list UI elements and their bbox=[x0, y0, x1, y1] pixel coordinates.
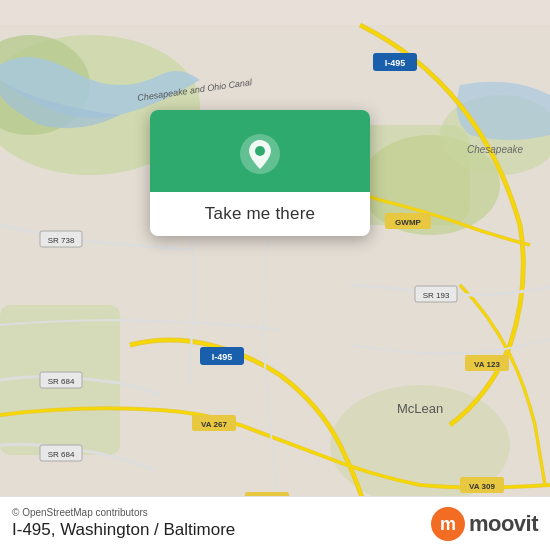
svg-point-34 bbox=[255, 146, 265, 156]
moovit-logo: m moovit bbox=[430, 506, 538, 542]
map-background: I-495 I-495 GWMP SR 738 SR 193 VA 123 SR… bbox=[0, 0, 550, 550]
location-pin-icon bbox=[238, 132, 282, 176]
svg-text:SR 684: SR 684 bbox=[48, 450, 75, 459]
location-card: Take me there bbox=[150, 110, 370, 236]
svg-text:I-495: I-495 bbox=[385, 58, 406, 68]
osm-attribution: © OpenStreetMap contributors bbox=[12, 507, 235, 518]
card-green-section bbox=[150, 110, 370, 192]
location-title: I-495, Washington / Baltimore bbox=[12, 520, 235, 540]
bottom-bar: © OpenStreetMap contributors I-495, Wash… bbox=[0, 496, 550, 550]
svg-text:Chesapeake: Chesapeake bbox=[467, 144, 524, 155]
bottom-left-section: © OpenStreetMap contributors I-495, Wash… bbox=[12, 507, 235, 540]
map-container: I-495 I-495 GWMP SR 738 SR 193 VA 123 SR… bbox=[0, 0, 550, 550]
svg-text:m: m bbox=[440, 514, 456, 534]
moovit-text: moovit bbox=[469, 511, 538, 537]
svg-text:SR 738: SR 738 bbox=[48, 236, 75, 245]
svg-text:VA 309: VA 309 bbox=[469, 482, 495, 491]
svg-text:VA 267: VA 267 bbox=[201, 420, 227, 429]
svg-text:SR 193: SR 193 bbox=[423, 291, 450, 300]
svg-text:GWMP: GWMP bbox=[395, 218, 421, 227]
take-me-there-button[interactable]: Take me there bbox=[150, 192, 370, 236]
svg-text:SR 684: SR 684 bbox=[48, 377, 75, 386]
svg-text:McLean: McLean bbox=[397, 401, 443, 416]
moovit-m-icon: m bbox=[430, 506, 466, 542]
svg-text:I-495: I-495 bbox=[212, 352, 233, 362]
svg-text:VA 123: VA 123 bbox=[474, 360, 500, 369]
